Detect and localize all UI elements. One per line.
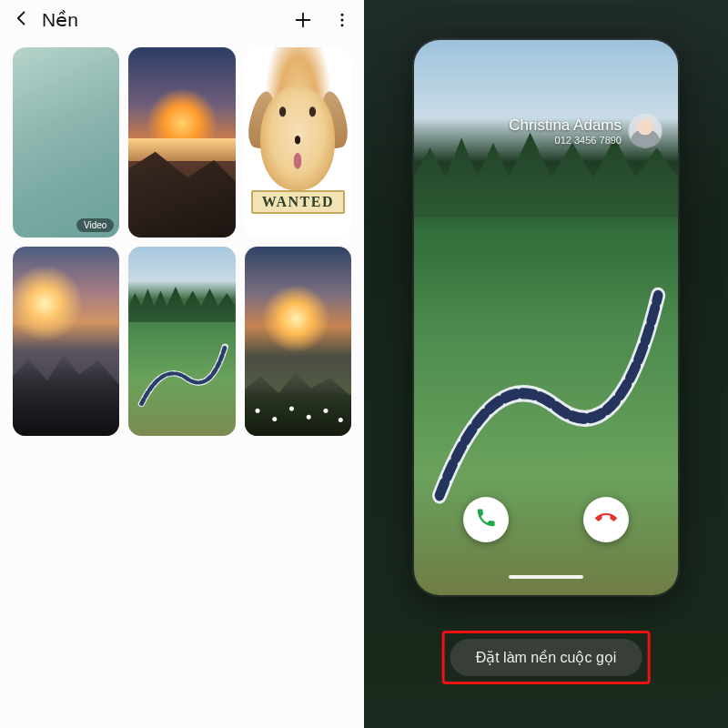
backgrounds-panel: Nền Video WANTED <box>0 0 364 728</box>
highlight-box: Đặt làm nền cuộc gọi <box>442 631 651 684</box>
wallpaper-thumb-sunset-flowers[interactable] <box>245 247 351 437</box>
wallpaper-grid: Video WANTED <box>0 36 364 447</box>
wallpaper-thumb-wanted-dog[interactable]: WANTED <box>245 47 351 238</box>
accept-call-button[interactable] <box>463 497 509 542</box>
header-actions <box>293 10 351 30</box>
back-icon[interactable] <box>13 9 31 31</box>
phone-decline-icon <box>595 507 617 532</box>
phone-accept-icon <box>475 507 497 532</box>
caller-avatar <box>629 115 662 147</box>
caller-name: Christina Adams <box>509 116 622 135</box>
caller-info: Christina Adams 012 3456 7890 <box>414 115 678 147</box>
svg-point-3 <box>341 19 344 22</box>
caller-number: 012 3456 7890 <box>509 135 622 146</box>
page-title: Nền <box>42 9 282 31</box>
decline-call-button[interactable] <box>583 497 629 542</box>
header: Nền <box>0 0 364 36</box>
wallpaper-thumb-mountain-sunset[interactable] <box>13 247 119 437</box>
preview-panel: Christina Adams 012 3456 7890 Đặt làm nề… <box>364 0 728 728</box>
call-preview-frame: Christina Adams 012 3456 7890 <box>414 40 678 595</box>
wanted-sign-label: WANTED <box>251 190 345 214</box>
svg-point-4 <box>341 24 344 26</box>
wallpaper-thumb-sunset-rocks[interactable] <box>128 47 235 238</box>
wallpaper-thumb-train-valley[interactable] <box>128 247 235 437</box>
add-icon[interactable] <box>293 10 313 30</box>
set-call-background-button[interactable]: Đặt làm nền cuộc gọi <box>450 639 642 676</box>
call-buttons <box>414 497 678 542</box>
video-badge: Video <box>76 218 114 232</box>
home-indicator[interactable] <box>509 575 583 579</box>
svg-point-2 <box>341 14 344 16</box>
more-icon[interactable] <box>333 11 351 29</box>
wallpaper-thumb-video[interactable]: Video <box>13 47 119 238</box>
